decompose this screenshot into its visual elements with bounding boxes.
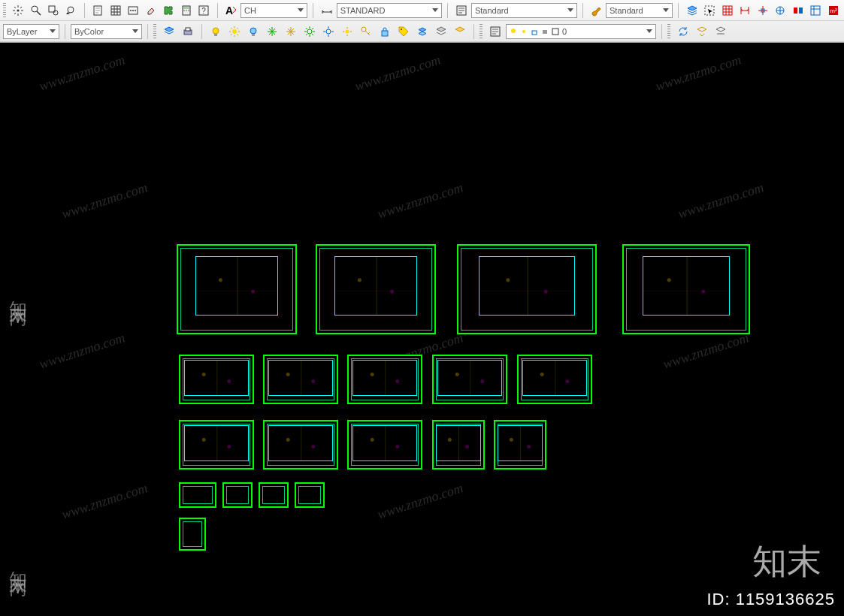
watermark: www.znzmo.com [376, 480, 465, 523]
lineweight-combo[interactable]: ByLayer [3, 24, 59, 39]
layers-iso-icon[interactable] [452, 23, 468, 40]
drawing-sheet[interactable] [179, 482, 216, 508]
table-style-combo[interactable]: Standard [606, 3, 673, 18]
dim-style-icon[interactable] [319, 2, 334, 19]
layer-manager-icon[interactable] [161, 23, 177, 40]
sun-mini-icon [520, 28, 528, 35]
drawing-sheet[interactable] [622, 244, 750, 334]
drawing-sheet[interactable] [179, 355, 254, 404]
option-icon[interactable] [126, 2, 141, 19]
layers-dup-icon[interactable] [414, 23, 431, 40]
bulb-blue-icon[interactable] [245, 23, 262, 40]
gear-green-icon[interactable] [301, 23, 318, 40]
grid-red-icon[interactable] [719, 2, 735, 19]
area-red-icon[interactable]: m² [826, 2, 842, 19]
select-obj-icon[interactable] [702, 2, 718, 19]
text-style-value: STANDARD [340, 6, 386, 15]
dim-style-combo[interactable]: Standard [471, 3, 577, 18]
drawing-sheet[interactable] [432, 420, 485, 470]
layer-states-icon[interactable] [487, 23, 504, 40]
drawing-sheet[interactable] [263, 355, 338, 404]
layer-combo[interactable]: 0 [506, 24, 656, 39]
svg-point-37 [326, 29, 331, 34]
watermark: www.znzmo.com [353, 52, 443, 95]
toolbar-row-1: ? A CH STANDARD Standard Standard m² [0, 0, 844, 21]
gear-blue-icon[interactable] [320, 23, 337, 40]
spreadsheet-icon[interactable] [808, 2, 824, 19]
sun-small-icon[interactable] [339, 23, 355, 40]
drawing-sheet[interactable] [263, 420, 338, 470]
drawing-sheet[interactable] [494, 420, 546, 470]
layer-name: 0 [562, 27, 567, 36]
effect-blue-icon[interactable] [773, 2, 788, 19]
tag-yellow-icon[interactable] [395, 23, 412, 40]
brush-icon[interactable] [588, 2, 604, 19]
text-a-icon[interactable]: A [222, 2, 238, 19]
layers-stack-icon[interactable] [684, 2, 700, 19]
zoom-window-icon[interactable] [46, 2, 62, 19]
standard-list-icon[interactable] [453, 2, 469, 19]
grip[interactable] [667, 24, 670, 39]
dimension-red-icon[interactable] [737, 2, 753, 19]
svg-point-31 [213, 28, 219, 34]
drawing-sheet[interactable] [457, 244, 597, 334]
square-mini-icon [552, 28, 559, 35]
drawing-sheet[interactable] [295, 482, 325, 508]
svg-point-0 [17, 9, 20, 11]
zoom-icon[interactable] [28, 2, 44, 19]
help-icon[interactable]: ? [196, 2, 212, 19]
drawing-canvas[interactable]: www.znzmo.com www.znzmo.com www.znzmo.co… [0, 43, 844, 615]
svg-text:?: ? [201, 7, 206, 15]
drawing-sheet[interactable] [517, 355, 592, 404]
toolbar-area: ? A CH STANDARD Standard Standard m² ByL… [0, 0, 844, 43]
layer-prev-icon[interactable] [712, 23, 729, 40]
side-watermark: 知末网 [6, 557, 30, 570]
lock-blue-icon[interactable] [377, 23, 393, 40]
svg-rect-6 [111, 6, 120, 15]
svg-point-9 [132, 10, 134, 11]
dim-style-value: Standard [475, 6, 509, 15]
drawing-sheet[interactable] [316, 244, 436, 334]
sun-icon[interactable] [226, 23, 243, 40]
key-icon[interactable] [358, 23, 374, 40]
drawing-sheet[interactable] [222, 482, 253, 508]
drawing-sheet[interactable] [259, 482, 289, 508]
table-style-value: Standard [610, 6, 643, 15]
layer-print-icon[interactable] [180, 23, 196, 40]
font-style-combo[interactable]: CH [240, 3, 307, 18]
snow-yellow-icon[interactable] [283, 23, 299, 40]
svg-rect-35 [252, 34, 255, 36]
puzzle-icon[interactable] [161, 2, 177, 19]
svg-point-10 [135, 10, 136, 11]
match-icon[interactable] [790, 2, 806, 19]
print-mini-icon [541, 28, 549, 35]
svg-point-3 [53, 11, 58, 15]
svg-text:A: A [225, 5, 233, 17]
drawing-sheet[interactable] [432, 355, 507, 404]
zoom-prev-icon[interactable] [63, 2, 79, 19]
layers-merge-icon[interactable] [433, 23, 449, 40]
sheet-icon[interactable] [90, 2, 106, 19]
grip[interactable] [479, 24, 483, 39]
refresh-icon[interactable] [675, 23, 691, 40]
calc-icon[interactable] [178, 2, 194, 19]
id-label: ID: 1159136625 [706, 590, 835, 609]
color-value: ByColor [74, 27, 104, 36]
snap-cross-icon[interactable] [755, 2, 770, 19]
text-style-combo[interactable]: STANDARD [337, 3, 443, 18]
layer-walk-icon[interactable] [694, 23, 710, 40]
table-icon[interactable] [107, 2, 123, 19]
drawing-sheet[interactable] [179, 420, 254, 470]
eraser-icon[interactable] [143, 2, 159, 19]
freeze-green-icon[interactable] [264, 23, 280, 40]
pan-icon[interactable] [11, 2, 26, 19]
color-combo[interactable]: ByColor [71, 24, 142, 39]
drawing-sheet[interactable] [177, 244, 297, 334]
grip[interactable] [3, 3, 6, 18]
grip[interactable] [153, 24, 156, 39]
bulb-on-icon[interactable] [207, 23, 224, 40]
drawing-sheet[interactable] [347, 355, 422, 404]
drawing-sheet[interactable] [179, 518, 206, 551]
drawing-sheet[interactable] [347, 420, 422, 470]
watermark: www.znzmo.com [376, 180, 465, 222]
